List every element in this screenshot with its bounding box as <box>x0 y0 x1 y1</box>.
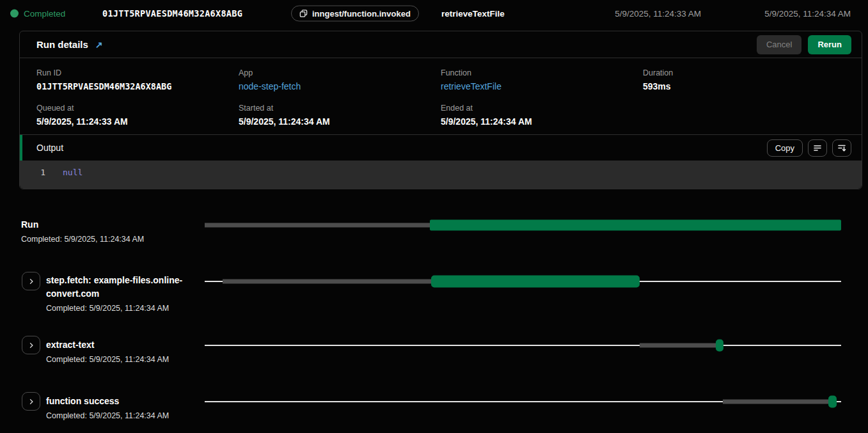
queued-bar <box>205 223 430 228</box>
field-function: Function retrieveTextFile <box>441 68 643 93</box>
step-title: step.fetch: example-files.online-convert… <box>46 274 202 301</box>
field-started-at: Started at 5/9/2025, 11:24:34 AM <box>239 104 441 129</box>
step-title: function success <box>46 395 202 408</box>
active-bar[interactable] <box>716 340 723 352</box>
text-lines-icon <box>812 143 823 153</box>
step-title: Run <box>21 218 177 232</box>
active-bar[interactable] <box>430 220 841 231</box>
field-empty <box>643 104 845 129</box>
field-ended-at: Ended at 5/9/2025, 11:24:34 AM <box>441 104 643 129</box>
active-bar[interactable] <box>431 276 640 288</box>
chevron-right-icon <box>28 398 35 405</box>
output-title: Output <box>36 143 63 153</box>
ended-timestamp: 5/9/2025, 11:24:34 AM <box>764 9 851 19</box>
copy-squares-icon <box>299 10 308 18</box>
panel-title: Run details <box>36 39 88 50</box>
status-dot-icon <box>10 10 19 18</box>
run-details-grid: Run ID 01JTT5RPVAESDM46M32A6X8ABG App no… <box>20 58 862 134</box>
output-header: Output Copy <box>20 135 862 161</box>
queued-bar <box>723 400 828 404</box>
step-title: extract-text <box>46 338 202 352</box>
function-link[interactable]: retrieveTextFile <box>441 81 643 91</box>
timeline-label-function-success: function successCompleted: 5/9/2025, 11:… <box>46 395 202 421</box>
run-header-bar: Completed 01JTT5RPVAESDM46M32A6X8ABG inn… <box>0 0 868 27</box>
code-null-token: null <box>63 168 83 177</box>
queued-bar <box>640 343 716 348</box>
queued-timestamp: 5/9/2025, 11:24:33 AM <box>615 9 701 19</box>
event-badge[interactable]: inngest/function.invoked <box>291 6 419 22</box>
step-completed-time: Completed: 5/9/2025, 11:24:34 AM <box>21 235 177 244</box>
output-code-block[interactable]: 1 null <box>20 161 862 189</box>
output-section: Output Copy <box>20 134 862 189</box>
app-link[interactable]: node-step-fetch <box>239 81 441 91</box>
field-app: App node-step-fetch <box>239 68 441 93</box>
step-completed-time: Completed: 5/9/2025, 11:24:34 AM <box>46 355 202 365</box>
step-completed-time: Completed: 5/9/2025, 11:24:34 AM <box>46 411 202 421</box>
run-details-panel: Run details ↗ Cancel Rerun Run ID 01JTT5… <box>19 31 862 189</box>
output-actions: Copy <box>767 139 851 157</box>
expand-step-button-extract-text[interactable] <box>22 336 40 354</box>
run-details-header: Run details ↗ Cancel Rerun <box>20 31 862 58</box>
cancel-button[interactable]: Cancel <box>757 35 801 54</box>
timeline-track-extract-text <box>205 338 841 352</box>
copy-button[interactable]: Copy <box>767 139 803 157</box>
lines-arrow-down-icon <box>837 143 847 153</box>
field-queued-at: Queued at 5/9/2025, 11:24:33 AM <box>36 104 239 129</box>
wrap-text-button[interactable] <box>808 139 827 157</box>
output-status-stripe <box>20 135 22 161</box>
timeline-track-run <box>205 218 841 232</box>
active-bar[interactable] <box>828 396 837 408</box>
timeline-label-step-fetch: step.fetch: example-files.online-convert… <box>46 274 202 313</box>
header-actions: Cancel Rerun <box>757 35 851 54</box>
rerun-button[interactable]: Rerun <box>808 35 851 54</box>
queued-bar <box>223 279 431 284</box>
timeline-label-extract-text: extract-textCompleted: 5/9/2025, 11:24:3… <box>46 338 202 365</box>
code-line-number: 1 <box>20 168 45 177</box>
expand-output-button[interactable] <box>832 139 851 157</box>
timeline-label-run: RunCompleted: 5/9/2025, 11:24:34 AM <box>21 218 177 244</box>
step-completed-time: Completed: 5/9/2025, 11:24:34 AM <box>46 304 202 313</box>
chevron-right-icon <box>28 278 35 285</box>
chevron-right-icon <box>28 342 35 349</box>
run-id-text: 01JTT5RPVAESDM46M32A6X8ABG <box>102 8 242 19</box>
function-name-text: retrieveTextFile <box>441 9 505 19</box>
external-link-icon[interactable]: ↗ <box>95 40 103 50</box>
expand-step-button-step-fetch[interactable] <box>22 272 40 290</box>
timeline-baseline <box>205 345 841 346</box>
field-duration: Duration 593ms <box>643 68 845 93</box>
run-status: Completed <box>24 9 65 19</box>
field-run-id: Run ID 01JTT5RPVAESDM46M32A6X8ABG <box>36 68 239 93</box>
event-badge-label: inngest/function.invoked <box>312 9 411 19</box>
timeline-track-function-success <box>205 395 841 409</box>
expand-step-button-function-success[interactable] <box>22 392 40 411</box>
timeline-track-step-fetch <box>205 274 841 288</box>
